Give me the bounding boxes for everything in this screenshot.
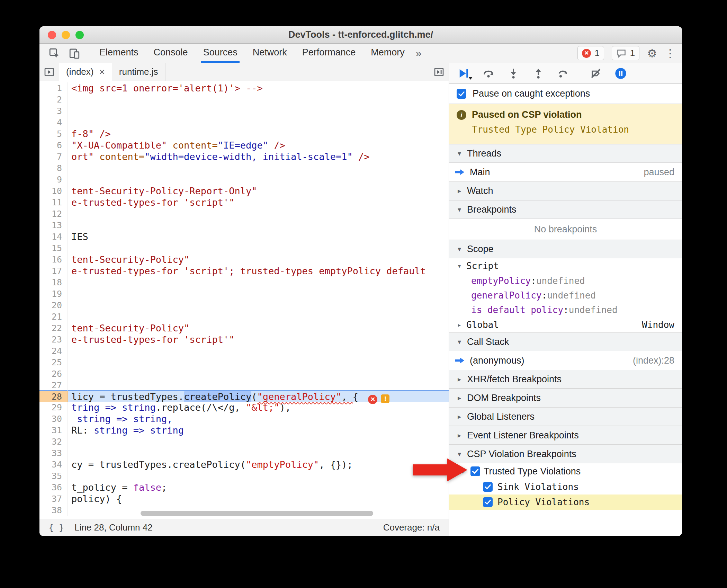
section-global-listeners[interactable]: ▸Global Listeners (449, 407, 682, 426)
line-content (68, 288, 449, 300)
pause-on-caught-row[interactable]: Pause on caught exceptions (449, 84, 682, 104)
section-event-listener-breakpoints[interactable]: ▸Event Listener Breakpoints (449, 426, 682, 445)
close-button[interactable] (48, 31, 56, 39)
scope-variable-is-default-policy[interactable]: is_default_policy: undefined (449, 303, 682, 317)
checkbox-policy-violations[interactable] (483, 497, 493, 507)
breakpoint-policy-violations[interactable]: Policy Violations (449, 495, 682, 510)
line-number[interactable]: 16 (39, 254, 68, 265)
no-breakpoints-message: No breakpoints (449, 219, 682, 240)
line-number[interactable]: 1 (39, 82, 68, 94)
step-out-icon[interactable] (532, 67, 545, 80)
scope-variable-emptypolicy[interactable]: emptyPolicy: undefined (449, 274, 682, 288)
section-breakpoints[interactable]: ▾ Breakpoints (449, 200, 682, 219)
kebab-menu-icon[interactable]: ⋮ (665, 48, 676, 59)
line-number[interactable]: 2 (39, 94, 68, 105)
line-number[interactable]: 18 (39, 277, 68, 288)
line-number[interactable]: 32 (39, 436, 68, 447)
file-tab-index[interactable]: (index)× (59, 63, 112, 81)
section-xhr-fetch-breakpoints[interactable]: ▸XHR/fetch Breakpoints (449, 370, 682, 389)
close-tab-icon[interactable]: × (99, 67, 105, 77)
line-number[interactable]: 10 (39, 185, 68, 197)
line-content (68, 242, 449, 254)
line-number[interactable]: 38 (39, 505, 68, 516)
section-dom-breakpoints[interactable]: ▸DOM Breakpoints (449, 389, 682, 407)
section-threads[interactable]: ▾ Threads (449, 144, 682, 163)
tab-sources[interactable]: Sources (201, 44, 240, 63)
step-into-icon[interactable] (507, 67, 520, 80)
file-tab-runtime-js[interactable]: runtime.js (112, 63, 165, 81)
annotation-arrow (413, 458, 468, 481)
line-number[interactable]: 5 (39, 128, 68, 140)
line-number[interactable]: 12 (39, 208, 68, 220)
line-number[interactable]: 21 (39, 311, 68, 322)
tab-memory[interactable]: Memory (369, 44, 407, 63)
frame-name: (anonymous) (470, 355, 524, 366)
pause-on-caught-checkbox[interactable] (457, 89, 466, 99)
line-number[interactable]: 25 (39, 357, 68, 368)
step-icon[interactable] (557, 67, 569, 80)
line-number[interactable]: 35 (39, 470, 68, 482)
line-number[interactable]: 19 (39, 288, 68, 300)
section-scope[interactable]: ▾ Scope (449, 240, 682, 258)
breakpoint-trusted-type-violations[interactable]: ▾Trusted Type Violations (449, 463, 682, 479)
line-number[interactable]: 4 (39, 117, 68, 128)
deactivate-breakpoints-icon[interactable] (590, 67, 602, 80)
line-number[interactable]: 31 (39, 425, 68, 436)
line-number[interactable]: 17 (39, 265, 68, 277)
section-watch[interactable]: ▸ Watch (449, 181, 682, 200)
line-number[interactable]: 8 (39, 162, 68, 174)
line-number[interactable]: 20 (39, 300, 68, 311)
checkbox-trusted-type-violations[interactable] (470, 466, 480, 476)
line-number[interactable]: 29 (39, 402, 68, 413)
device-toolbar-icon[interactable] (64, 44, 84, 63)
line-number[interactable]: 23 (39, 334, 68, 345)
tab-elements[interactable]: Elements (97, 44, 141, 63)
horizontal-scrollbar[interactable] (141, 511, 373, 516)
inspect-element-icon[interactable] (44, 44, 64, 63)
checkbox-sink-violations[interactable] (483, 482, 493, 492)
show-navigator-icon[interactable] (39, 63, 59, 81)
line-number[interactable]: 34 (39, 459, 68, 470)
line-number[interactable]: 37 (39, 493, 68, 505)
scope-global-row[interactable]: ▸ Global Window (449, 317, 682, 332)
preview-toggle-icon[interactable] (429, 63, 449, 81)
line-number[interactable]: 3 (39, 105, 68, 117)
line-number[interactable]: 33 (39, 447, 68, 459)
settings-gear-icon[interactable]: ⚙ (647, 48, 657, 59)
zoom-button[interactable] (75, 31, 84, 39)
section-call-stack[interactable]: ▾ Call Stack (449, 332, 682, 351)
line-number[interactable]: 15 (39, 242, 68, 254)
tab-network[interactable]: Network (251, 44, 289, 63)
line-number[interactable]: 24 (39, 345, 68, 357)
line-number[interactable]: 14 (39, 231, 68, 242)
section-csp-violation-breakpoints[interactable]: ▾ CSP Violation Breakpoints (449, 445, 682, 463)
pretty-print-icon[interactable]: { } (48, 523, 64, 533)
line-number[interactable]: 7 (39, 151, 68, 162)
line-number[interactable]: 27 (39, 380, 68, 391)
line-number[interactable]: 28 (39, 391, 68, 402)
error-badge[interactable]: ✕ 1 (577, 46, 604, 60)
line-number[interactable]: 30 (39, 413, 68, 425)
step-over-icon[interactable] (482, 67, 495, 80)
line-number[interactable]: 11 (39, 197, 68, 208)
scope-script-row[interactable]: ▾ Script (449, 258, 682, 274)
line-number[interactable]: 9 (39, 174, 68, 185)
more-panels-icon[interactable]: » (412, 44, 425, 63)
resume-script-icon[interactable] (457, 67, 470, 80)
tab-console[interactable]: Console (152, 44, 190, 63)
call-stack-frame[interactable]: (anonymous) (index):28 (449, 351, 682, 370)
issues-badge[interactable]: 1 (612, 46, 639, 60)
line-number[interactable]: 13 (39, 220, 68, 231)
line-number[interactable]: 6 (39, 140, 68, 151)
pause-on-exceptions-icon[interactable] (614, 67, 627, 80)
scope-variable-generalpolicy[interactable]: generalPolicy: undefined (449, 288, 682, 303)
code-editor[interactable]: 1<img src=1 onerror='alert(1)'> -->2345f… (39, 81, 449, 519)
breakpoint-sink-violations[interactable]: Sink Violations (449, 479, 682, 495)
minimize-button[interactable] (62, 31, 70, 39)
panes: (index)×runtime.js 1<img src=1 onerror='… (39, 63, 682, 536)
tab-performance[interactable]: Performance (300, 44, 358, 63)
line-number[interactable]: 26 (39, 368, 68, 380)
thread-main-row[interactable]: Main paused (449, 163, 682, 181)
line-number[interactable]: 22 (39, 322, 68, 334)
line-number[interactable]: 36 (39, 482, 68, 493)
